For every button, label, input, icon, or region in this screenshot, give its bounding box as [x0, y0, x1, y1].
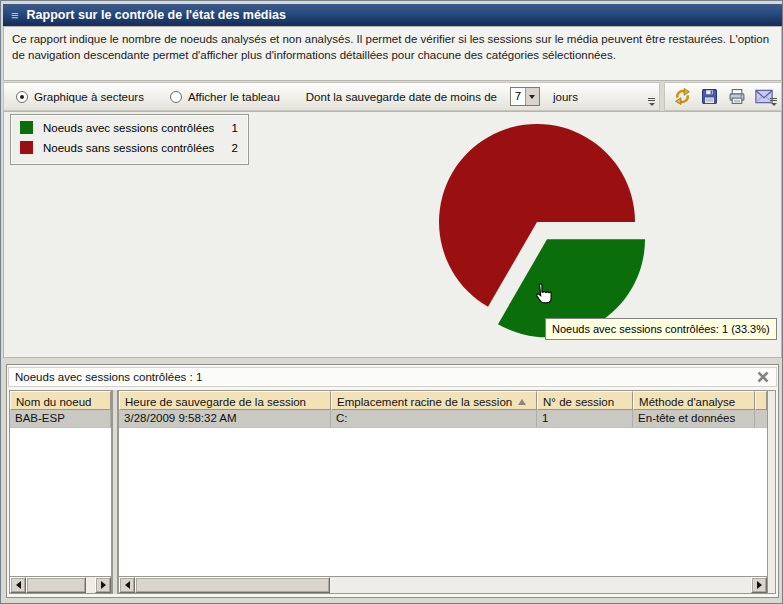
sort-asc-icon [518, 399, 526, 405]
report-window: Rapport sur le contrôle de l'état des mé… [0, 0, 783, 604]
radio-pie-chart-control[interactable] [16, 91, 28, 103]
session-details-pane: Heure de sauvegarde de la session Emplac… [118, 390, 768, 594]
page-title: Rapport sur le contrôle de l'état des mé… [27, 8, 286, 22]
close-icon [757, 371, 769, 383]
drilldown-panel: Noeuds avec sessions contrôlées : 1 Nom … [6, 364, 779, 598]
refresh-icon [674, 88, 691, 105]
table-header-row: Nom du noeud [10, 391, 111, 410]
left-horizontal-scrollbar[interactable] [10, 576, 111, 593]
drilldown-tables: Nom du noeud BAB-ESP [9, 390, 776, 594]
drilldown-title: Noeuds avec sessions contrôlées : 1 [15, 371, 756, 383]
vertical-scrollbar-track[interactable] [768, 390, 776, 594]
chart-tooltip: Noeuds avec sessions contrôlées: 1 (33.3… [545, 318, 777, 340]
right-horizontal-scrollbar[interactable] [119, 576, 767, 593]
close-button[interactable] [756, 370, 770, 384]
radio-show-table-label: Afficher le tableau [188, 91, 280, 103]
table-empty-area [119, 428, 767, 576]
days-dropdown-value: 7 [511, 88, 525, 105]
legend-swatch-green [20, 121, 33, 134]
legend-value: 1 [232, 122, 240, 134]
chart-area: Noeuds avec sessions contrôlées 1 Noeuds… [3, 111, 782, 358]
cell-scan-method[interactable]: En-tête et données [633, 410, 755, 428]
title-bar: Rapport sur le contrôle de l'état des mé… [3, 4, 782, 26]
legend-swatch-red [20, 141, 33, 154]
toolbar: Graphique à secteurs Afficher le tableau… [3, 82, 782, 111]
days-dropdown[interactable]: 7 [510, 87, 540, 106]
legend-label: Noeuds sans sessions contrôlées [43, 142, 222, 154]
table-row[interactable]: 3/28/2009 9:58:32 AM C: 1 En-tête et don… [119, 410, 767, 428]
cell-filler [755, 410, 767, 428]
table-header-row: Heure de sauvegarde de la session Emplac… [119, 391, 767, 410]
scrollbar-thumb[interactable] [135, 577, 330, 593]
filter-label: Dont la sauvegarde date de moins de [306, 91, 497, 103]
scroll-left-button[interactable] [10, 577, 26, 593]
save-button[interactable] [699, 87, 721, 107]
radio-show-table-control[interactable] [170, 91, 182, 103]
table-empty-area [10, 428, 111, 576]
column-header-node-name[interactable]: Nom du noeud [10, 391, 111, 410]
toolbar-overflow-icon[interactable] [768, 96, 779, 108]
scroll-left-button[interactable] [119, 577, 135, 593]
column-header-session-number[interactable]: N° de session [537, 391, 633, 410]
cell-node-name[interactable]: BAB-ESP [10, 410, 111, 428]
filter-unit-label: jours [553, 91, 578, 103]
column-header-scan-method[interactable]: Méthode d'analyse [633, 391, 755, 410]
toolbar-overflow-icon[interactable] [646, 96, 657, 108]
toolbar-filter-group: Graphique à secteurs Afficher le tableau… [3, 82, 660, 111]
column-header-backup-time[interactable]: Heure de sauvegarde de la session [119, 391, 331, 410]
legend-item: Noeuds sans sessions contrôlées 2 [20, 141, 240, 154]
report-description: Ce rapport indique le nombre de noeuds a… [3, 26, 782, 81]
cell-root-path[interactable]: C: [331, 410, 537, 428]
print-button[interactable] [726, 87, 748, 107]
legend-item: Noeuds avec sessions contrôlées 1 [20, 121, 240, 134]
cell-session-number[interactable]: 1 [537, 410, 633, 428]
column-header-root-path[interactable]: Emplacement racine de la session [331, 391, 537, 410]
save-icon [701, 88, 718, 105]
radio-show-table[interactable]: Afficher le tableau [170, 91, 280, 103]
list-icon [11, 9, 19, 22]
table-row[interactable]: BAB-ESP [10, 410, 111, 428]
radio-pie-chart-label: Graphique à secteurs [34, 91, 144, 103]
print-icon [728, 88, 746, 105]
radio-pie-chart[interactable]: Graphique à secteurs [16, 91, 144, 103]
column-header-filler [755, 391, 767, 410]
scrollbar-track[interactable] [26, 577, 95, 593]
scrollbar-thumb[interactable] [26, 577, 86, 593]
node-name-pane: Nom du noeud BAB-ESP [9, 390, 112, 594]
cell-backup-time[interactable]: 3/28/2009 9:58:32 AM [119, 410, 331, 428]
scroll-right-button[interactable] [95, 577, 111, 593]
legend-value: 2 [232, 142, 240, 154]
scroll-right-button[interactable] [751, 577, 767, 593]
legend-label: Noeuds avec sessions contrôlées [43, 122, 222, 134]
toolbar-actions-group [664, 82, 782, 111]
chart-legend: Noeuds avec sessions contrôlées 1 Noeuds… [10, 114, 249, 165]
refresh-button[interactable] [672, 87, 694, 107]
chevron-down-icon[interactable] [525, 88, 539, 105]
scrollbar-track[interactable] [135, 577, 751, 593]
drilldown-header: Noeuds avec sessions contrôlées : 1 [8, 367, 777, 387]
